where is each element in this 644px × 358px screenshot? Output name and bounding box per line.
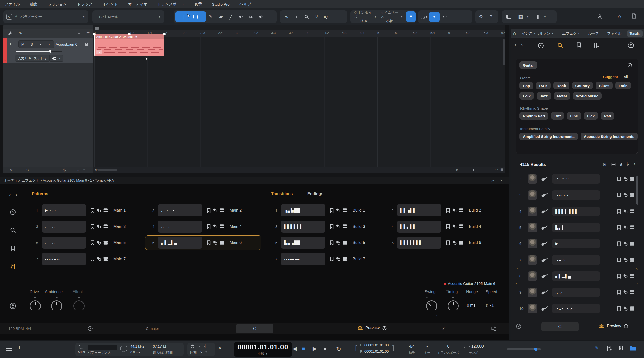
- result-row[interactable]: 5 ▙▖▌·: [516, 220, 638, 236]
- layers-icon[interactable]: [630, 193, 634, 197]
- track-input-selector[interactable]: 入力 L+R ステレオ: [15, 55, 50, 62]
- nav-forward-icon[interactable]: ›: [16, 192, 17, 198]
- result-row[interactable]: 10 ·•‥• ·•‥•: [516, 300, 638, 317]
- arrange-view[interactable]: 11.21.31.422.22.32.433.23.33.444.24.34.4…: [93, 25, 505, 173]
- tags-icon[interactable]: [623, 177, 628, 181]
- zoom-slider-handle[interactable]: [473, 169, 474, 171]
- browser-tab[interactable]: ループ: [586, 30, 601, 37]
- pattern-item[interactable]: 2 :‒ ·‒ • Main 2: [145, 203, 261, 218]
- layers-icon[interactable]: [103, 208, 108, 213]
- pattern-item[interactable]: 6 ▖▌▂▌▄ Main 6: [145, 235, 261, 250]
- family-chip[interactable]: Amplified String Instruments: [519, 133, 578, 140]
- horizontal-scrollbar-thumb[interactable]: [97, 169, 117, 171]
- tags-icon[interactable]: [336, 224, 340, 229]
- eraser-tool-icon[interactable]: ▰: [216, 14, 226, 20]
- track-channel-selector[interactable]: ▼: [49, 55, 63, 62]
- rhythmic-chip[interactable]: Riff: [551, 112, 564, 120]
- clip-fx-badge[interactable]: Fx: [96, 50, 102, 54]
- speaker-dim-icon[interactable]: [205, 350, 209, 353]
- effect-knob[interactable]: [73, 300, 85, 312]
- bookmark-icon[interactable]: [617, 241, 621, 246]
- close-icon[interactable]: ×: [500, 178, 503, 183]
- bookmark-icon[interactable]: [617, 209, 621, 214]
- genre-chip[interactable]: World Music: [573, 92, 602, 100]
- pattern-thumbnail[interactable]: ▖▌▂▌▄: [158, 237, 202, 249]
- result-thumbnail[interactable]: ·•‒ :·: [552, 255, 600, 265]
- bend-tool-icon[interactable]: ∿: [281, 14, 292, 20]
- transition-item[interactable]: 5 ▙▄▗██ Build 5: [268, 235, 384, 250]
- audio-clip[interactable]: Acoustic Guitar 2105 Main 6 Fx: [94, 34, 164, 56]
- browser-tab[interactable]: インストゥルメント: [519, 30, 556, 37]
- sync-group[interactable]: ┝ ┥ 同期 ∿: [187, 343, 215, 356]
- pattern-item[interactable]: 5 ::‒ :: Main 5: [29, 235, 145, 250]
- vertical-scrollbar[interactable]: [503, 39, 505, 65]
- genre-chip[interactable]: Metal: [554, 92, 570, 100]
- ambience-knob[interactable]: [51, 300, 62, 312]
- meter-display[interactable]: 4/4拍子: [406, 344, 418, 355]
- bookmark-rail-icon[interactable]: [10, 245, 16, 251]
- pattern-thumbnail[interactable]: •••••‒••: [42, 253, 86, 265]
- key-display[interactable]: -キー: [422, 344, 432, 355]
- bookmark-icon[interactable]: [91, 257, 94, 261]
- tags-icon[interactable]: [213, 208, 217, 213]
- bookmark-icon[interactable]: [91, 240, 94, 245]
- eq-filter-icon[interactable]: [594, 43, 599, 48]
- timebase-control[interactable]: タイムベース 小節: [381, 10, 399, 23]
- browser-tab-tonalic[interactable]: Tonalic: [627, 30, 643, 37]
- loop-start-value[interactable]: 00001.01.01.00: [364, 343, 389, 347]
- clip-handle-center[interactable]: [128, 33, 131, 35]
- layers-icon[interactable]: [630, 306, 634, 311]
- routing-icon[interactable]: [491, 326, 496, 331]
- layers-icon[interactable]: [459, 240, 463, 245]
- layers-icon[interactable]: [103, 240, 108, 245]
- tags-icon[interactable]: [623, 193, 628, 197]
- tags-icon[interactable]: [97, 257, 101, 261]
- loop-button[interactable]: ↻: [336, 346, 341, 353]
- tags-icon[interactable]: [97, 224, 101, 229]
- note-filter-icon[interactable]: ♪: [633, 162, 636, 167]
- layers-icon[interactable]: [630, 177, 634, 181]
- drive-knob[interactable]: [30, 300, 41, 312]
- layers-icon[interactable]: [630, 258, 634, 262]
- tags-icon[interactable]: [623, 209, 628, 214]
- master-volume-slider[interactable]: [507, 348, 541, 350]
- genre-chip[interactable]: Blues: [596, 82, 613, 89]
- clear-search-icon[interactable]: [627, 63, 632, 68]
- timestretch-icon[interactable]: [440, 15, 450, 18]
- result-thumbnail[interactable]: ▙▖▌·: [552, 223, 600, 232]
- menu-item[interactable]: トランスポート: [157, 2, 184, 7]
- tags-icon[interactable]: [623, 258, 628, 262]
- layers-icon[interactable]: [343, 240, 347, 245]
- record-button[interactable]: ●: [324, 346, 327, 352]
- transition-item[interactable]: 7 •••‒‒‒‒ Build 7: [268, 252, 384, 266]
- transition-thumbnail[interactable]: ▌▌▖▌▌: [397, 221, 441, 233]
- rhythmic-chip[interactable]: Line: [567, 112, 581, 120]
- tags-icon[interactable]: [97, 240, 101, 245]
- pattern-thumbnail[interactable]: :‒ ·‒ •: [158, 204, 202, 216]
- result-row[interactable]: 9 :: :·: [516, 284, 638, 301]
- bookmark-icon[interactable]: [617, 193, 621, 197]
- layers-icon[interactable]: [103, 224, 108, 229]
- time-unit[interactable]: 小節 ▼: [234, 351, 292, 356]
- genre-chip[interactable]: Jazz: [537, 92, 551, 100]
- menu-item[interactable]: イベント: [103, 2, 118, 7]
- layers-icon[interactable]: [459, 224, 463, 229]
- faders-icon[interactable]: [606, 346, 612, 351]
- scroll-left-icon[interactable]: ◀: [94, 168, 96, 171]
- swing-knob[interactable]: [426, 300, 437, 312]
- pattern-item[interactable]: 1 ▶ ·: ·‒ Main 1: [29, 203, 145, 218]
- key-display[interactable]: C major: [146, 326, 159, 331]
- layers-icon[interactable]: [630, 225, 634, 230]
- line-tool-icon[interactable]: ╱: [226, 14, 236, 20]
- mixer-arrow[interactable]: ▼: [544, 16, 546, 18]
- layers-icon[interactable]: [630, 241, 634, 246]
- chord-button[interactable]: C: [236, 324, 273, 333]
- browser-home-icon[interactable]: ⌂: [513, 31, 516, 36]
- browser-toggle-icon[interactable]: [630, 346, 636, 351]
- layers-icon[interactable]: [630, 290, 634, 294]
- result-row[interactable]: 4 ▌▌▌▌ ▌▌▌: [516, 203, 638, 220]
- pattern-thumbnail[interactable]: ▶ ·: ·‒: [42, 204, 86, 216]
- crosshair-box-icon[interactable]: [450, 15, 460, 19]
- bookmark-icon[interactable]: [91, 224, 94, 229]
- endings-tab[interactable]: Endings: [307, 192, 323, 196]
